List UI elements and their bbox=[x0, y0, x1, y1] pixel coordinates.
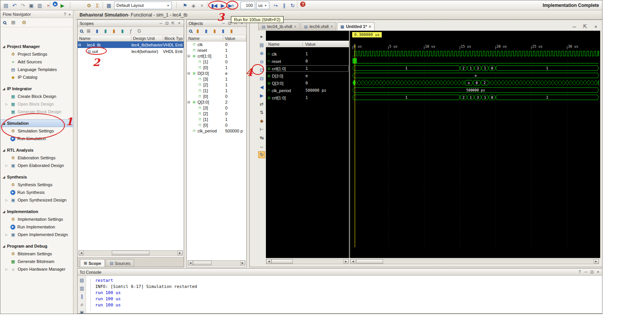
clear-icon[interactable]: ⌀ bbox=[78, 302, 86, 307]
run-for-icon[interactable]: ▶(T) bbox=[227, 2, 235, 9]
sq-blue-icon[interactable]: ▮ bbox=[203, 28, 209, 34]
pause-icon[interactable]: ∥ bbox=[280, 2, 288, 9]
flownav-section-implementation[interactable]: ◢Implementation bbox=[0, 208, 73, 215]
doc2-icon[interactable]: ▥ bbox=[78, 286, 86, 291]
objects-row-2[interactable]: ⊓[2]1 bbox=[187, 82, 246, 88]
sq-teal-icon[interactable]: ▮ bbox=[102, 28, 108, 34]
col-design-unit[interactable]: Design Unit bbox=[131, 35, 163, 41]
collapse-panel-icon[interactable]: « bbox=[68, 12, 71, 17]
objects-row-reset[interactable]: ⊓reset1 bbox=[187, 47, 246, 53]
objects-row-1[interactable]: ⊓[1]1 bbox=[187, 116, 246, 122]
diamond-icon[interactable]: ◈ bbox=[189, 2, 197, 9]
next-icon[interactable]: ▶ bbox=[258, 92, 265, 99]
maximize-icon[interactable]: ⊡ bbox=[164, 21, 169, 26]
objects-row-3[interactable]: ⊓[3]0 bbox=[187, 105, 246, 111]
search-icon[interactable] bbox=[3, 21, 6, 24]
close-icon[interactable]: × bbox=[369, 25, 371, 29]
close-icon[interactable]: × bbox=[592, 23, 599, 30]
scopes-hscrollbar[interactable]: ◀ ▶ bbox=[78, 250, 183, 256]
save-icon[interactable]: ▤ bbox=[2, 2, 10, 9]
run2-icon[interactable]: ▶ bbox=[58, 2, 66, 9]
restart-icon[interactable]: ▮◀ bbox=[210, 2, 218, 9]
help-icon[interactable]: ? bbox=[64, 12, 66, 17]
flownav-item-synthesis-settings[interactable]: ⚙Synthesis Settings bbox=[0, 181, 73, 188]
scroll-right-icon[interactable]: ▶ bbox=[344, 259, 349, 264]
step-icon[interactable]: ↪ bbox=[272, 2, 279, 9]
zoomout-icon[interactable]: ⊖ bbox=[258, 58, 265, 65]
help-icon[interactable]: ? bbox=[300, 2, 305, 7]
col-name[interactable]: Name bbox=[266, 42, 303, 46]
cut-icon[interactable]: ⊢ bbox=[258, 126, 265, 133]
tab-scope[interactable]: ⊞Scope bbox=[80, 259, 105, 267]
zoomfit-icon[interactable]: ⊡ bbox=[258, 67, 265, 74]
scroll-left-icon[interactable]: ◀ bbox=[188, 261, 193, 265]
col-name[interactable]: Name bbox=[78, 35, 131, 41]
sq-orange-icon[interactable]: ▮ bbox=[228, 28, 234, 34]
sq-orange-icon[interactable]: ▮ bbox=[194, 28, 201, 34]
sq-orange-icon[interactable]: ▮ bbox=[211, 28, 217, 34]
objects-row-0[interactable]: ⊓[0]0 bbox=[187, 122, 246, 128]
wave-signal-row-clk-period[interactable]: ⊓clk_period500000 ps bbox=[266, 87, 349, 94]
objects-row-0[interactable]: ⊓[0]0 bbox=[187, 93, 246, 99]
flownav-item-elaboration-settings[interactable]: ⚙Elaboration Settings bbox=[0, 154, 73, 162]
flownav-item-run-synthesis[interactable]: ▶Run Synthesis bbox=[0, 188, 73, 196]
objects-row-clk[interactable]: ⊓clk0 bbox=[187, 41, 246, 47]
cross-icon[interactable]: × bbox=[198, 2, 206, 9]
objects-hscrollbar[interactable]: ◀ ▶ bbox=[188, 260, 246, 266]
wave-signal-row-q-3-0[interactable]: ⊞Q[3:0]0 bbox=[266, 80, 349, 86]
close-icon[interactable]: × bbox=[595, 270, 601, 275]
col-name[interactable]: Name bbox=[187, 35, 223, 41]
scroll-left-icon[interactable]: ◀ bbox=[350, 259, 355, 264]
gear-icon[interactable]: ⚙ bbox=[20, 19, 28, 26]
col-value[interactable]: Value bbox=[303, 42, 315, 46]
wave-signal-row-d-3-0[interactable]: ⊞D[3:0]e bbox=[266, 73, 349, 79]
wave-signal-row-crtl-1-0[interactable]: ⊞crtl[1:0]1 bbox=[266, 65, 349, 72]
save-icon[interactable]: ▤ bbox=[258, 41, 265, 48]
marker-icon[interactable]: ◆ bbox=[258, 117, 265, 124]
help2-icon[interactable]: ? bbox=[577, 270, 582, 275]
wave-signal-row-reset[interactable]: ⊓reset0 bbox=[266, 58, 349, 64]
flownav-section-simulation[interactable]: ◢Simulation bbox=[0, 119, 73, 127]
gcol-icon[interactable]: G bbox=[136, 28, 142, 34]
tree-icon[interactable]: ⊞ bbox=[9, 19, 17, 26]
pause-icon[interactable]: ∥ bbox=[78, 294, 86, 299]
flownav-item-open-implemented-design[interactable]: ▷▣Open Implemented Design bbox=[0, 231, 73, 238]
flownav-section-project-manager[interactable]: ◢Project Manager bbox=[0, 43, 73, 50]
flownav-item-open-synthesized-design[interactable]: ▷▣Open Synthesized Design bbox=[0, 196, 73, 204]
sq-teal-icon[interactable]: ▮ bbox=[119, 28, 125, 34]
tree-icon[interactable]: ⊞ bbox=[85, 28, 91, 34]
scroll-right-icon[interactable]: ▶ bbox=[178, 251, 183, 255]
wave-names-hscrollbar[interactable]: ◀ ▶ bbox=[266, 259, 349, 264]
flownav-section-program-and-debug[interactable]: ◢Program and Debug bbox=[0, 242, 73, 250]
flownav-item-open-block-design[interactable]: ▷▦Open Block Design bbox=[0, 100, 73, 108]
flownav-item-generate-block-design[interactable]: ▦Generate Block Design bbox=[0, 108, 73, 116]
flownav-section-ip-integrator[interactable]: ◢IP Integrator bbox=[0, 85, 73, 93]
tab-untitled-1[interactable]: ▤Untitled 1*× bbox=[337, 22, 375, 30]
flownav-item-run-simulation[interactable]: ▶Run Simulation bbox=[0, 135, 73, 142]
undo-icon[interactable]: ↶ bbox=[10, 2, 18, 9]
prev-icon[interactable]: ◀ bbox=[258, 84, 265, 91]
sort-icon[interactable]: ⇅ bbox=[258, 109, 265, 116]
cursor-icon[interactable]: ▸ bbox=[258, 33, 265, 40]
flownav-item-project-settings[interactable]: ⚙Project Settings bbox=[0, 50, 73, 58]
flownav-section-synthesis[interactable]: ◢Synthesis bbox=[0, 173, 73, 181]
run-all-icon[interactable]: ▶ bbox=[219, 2, 226, 9]
tab-sources[interactable]: ▤Sources bbox=[106, 259, 134, 267]
objects-row-clk-period[interactable]: ⊓clk_period500000 p bbox=[187, 128, 246, 134]
sq-blue-icon[interactable]: ▮ bbox=[220, 28, 226, 34]
search-icon[interactable] bbox=[80, 30, 83, 33]
scroll-left-icon[interactable]: ◀ bbox=[79, 251, 84, 255]
col-value[interactable]: Value bbox=[223, 35, 246, 41]
swap-icon[interactable]: ⇄ bbox=[258, 101, 265, 107]
flownav-item-run-implementation[interactable]: ▶Run Implementation bbox=[0, 223, 73, 231]
float-icon[interactable]: ⇱ bbox=[581, 23, 589, 30]
scroll-right-icon[interactable]: ▶ bbox=[240, 261, 245, 265]
copyi-icon[interactable]: ▣ bbox=[78, 310, 86, 314]
flownav-item-open-hardware-manager[interactable]: ▷⌂Open Hardware Manager bbox=[0, 265, 73, 273]
zoomin-icon[interactable]: ⊕ bbox=[258, 50, 265, 57]
wave-canvas-hscrollbar[interactable]: ◀ ▶ bbox=[350, 259, 599, 264]
flownav-item-generate-bitstream[interactable]: ▦Generate Bitstream bbox=[0, 258, 73, 265]
doc-icon[interactable]: ▤ bbox=[78, 278, 86, 283]
flownav-item-open-elaborated-design[interactable]: ▷▣Open Elaborated Design bbox=[0, 162, 73, 169]
tab-lec04-vhdl[interactable]: ▤lec04.vhdl× bbox=[300, 22, 336, 30]
